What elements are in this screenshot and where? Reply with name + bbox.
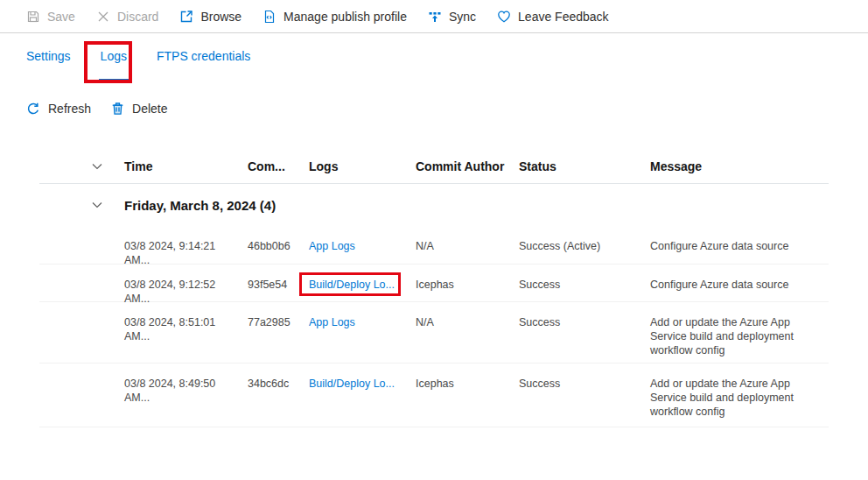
group-row: Friday, March 8, 2024 (4): [39, 184, 829, 226]
cell-commit-id: 34bc6dc: [248, 377, 309, 391]
cell-time: 03/8 2024, 8:49:50 AM...: [124, 377, 248, 405]
deployment-logs-table: Time Com... Logs Commit Author Status Me…: [39, 149, 829, 427]
group-collapse-chevron[interactable]: [39, 199, 124, 211]
refresh-label: Refresh: [48, 102, 91, 116]
cell-commit-id: 93f5e54: [248, 278, 309, 292]
cell-commit-id: 46bb0b6: [248, 239, 309, 253]
table-row[interactable]: 03/8 2024, 9:14:21 AM... 46bb0b6 App Log…: [39, 226, 829, 265]
column-header-commit-author[interactable]: Commit Author: [416, 159, 519, 173]
table-header-row: Time Com... Logs Commit Author Status Me…: [39, 149, 829, 184]
browse-icon: [179, 10, 193, 24]
tab-logs-label: Logs: [101, 49, 127, 63]
sync-label: Sync: [449, 10, 476, 24]
browse-label: Browse: [200, 10, 242, 24]
logs-link[interactable]: App Logs: [309, 316, 355, 328]
column-header-time[interactable]: Time: [124, 159, 248, 173]
delete-label: Delete: [132, 102, 167, 116]
refresh-button[interactable]: Refresh: [26, 102, 91, 116]
cell-status: Success: [519, 278, 650, 292]
deployment-center-page: Save Discard Browse: [0, 0, 868, 480]
cell-message: Add or update the Azure App Service buil…: [650, 315, 829, 357]
table-body: 03/8 2024, 9:14:21 AM... 46bb0b6 App Log…: [39, 226, 829, 427]
cell-commit-author: Icephas: [416, 278, 519, 292]
group-label: Friday, March 8, 2024 (4): [124, 198, 829, 213]
leave-feedback-label: Leave Feedback: [518, 10, 609, 24]
sync-button[interactable]: Sync: [428, 10, 476, 24]
tab-settings[interactable]: Settings: [24, 33, 73, 81]
column-header-logs[interactable]: Logs: [309, 159, 416, 173]
save-label: Save: [47, 10, 75, 24]
manage-publish-profile-button[interactable]: Manage publish profile: [262, 10, 407, 24]
heart-icon: [497, 10, 511, 24]
tab-bar: Settings Logs FTPS credentials: [24, 33, 252, 81]
logs-link[interactable]: App Logs: [309, 240, 355, 252]
cell-status: Success: [519, 377, 650, 391]
collapse-all-chevron[interactable]: [39, 160, 124, 173]
cell-status: Success (Active): [519, 239, 650, 253]
delete-button[interactable]: Delete: [110, 102, 167, 116]
cell-message: Add or update the Azure App Service buil…: [650, 377, 829, 419]
discard-button[interactable]: Discard: [96, 10, 158, 24]
sync-icon: [428, 10, 442, 24]
toolbar: Save Discard Browse: [0, 0, 868, 33]
table-row[interactable]: 03/8 2024, 8:49:50 AM... 34bc6dc Build/D…: [39, 364, 829, 427]
discard-icon: [96, 10, 110, 24]
cell-time: 03/8 2024, 9:14:21 AM...: [124, 239, 248, 267]
cell-time: 03/8 2024, 9:12:52 AM...: [124, 278, 248, 306]
manage-publish-profile-label: Manage publish profile: [284, 10, 407, 24]
tab-ftps-credentials[interactable]: FTPS credentials: [155, 33, 252, 81]
column-header-status[interactable]: Status: [519, 159, 650, 173]
column-header-message[interactable]: Message: [650, 159, 829, 173]
publish-profile-icon: [262, 10, 276, 24]
tab-ftps-credentials-label: FTPS credentials: [157, 49, 250, 63]
leave-feedback-button[interactable]: Leave Feedback: [497, 10, 609, 24]
table-row[interactable]: 03/8 2024, 8:51:01 AM... 77a2985 App Log…: [39, 302, 829, 364]
cell-commit-id: 77a2985: [248, 315, 309, 329]
tab-logs[interactable]: Logs: [99, 33, 129, 81]
browse-button[interactable]: Browse: [179, 10, 242, 24]
column-header-commit[interactable]: Com...: [248, 159, 309, 173]
cell-commit-author: N/A: [416, 239, 519, 253]
cell-commit-author: N/A: [416, 315, 519, 329]
save-icon: [26, 10, 40, 24]
delete-icon: [110, 102, 124, 116]
cell-status: Success: [519, 315, 650, 329]
logs-link[interactable]: Build/Deploy Lo...: [309, 279, 395, 291]
save-button[interactable]: Save: [26, 10, 75, 24]
logs-link[interactable]: Build/Deploy Lo...: [309, 378, 395, 390]
table-row[interactable]: 03/8 2024, 9:12:52 AM... 93f5e54 Build/D…: [39, 265, 829, 302]
refresh-icon: [26, 102, 40, 116]
discard-label: Discard: [117, 10, 158, 24]
tab-settings-label: Settings: [26, 49, 71, 63]
cell-time: 03/8 2024, 8:51:01 AM...: [124, 315, 248, 343]
cell-message: Configure Azure data source: [650, 239, 829, 253]
cell-message: Configure Azure data source: [650, 278, 829, 292]
command-bar: Refresh Delete: [26, 95, 168, 123]
cell-commit-author: Icephas: [416, 377, 519, 391]
